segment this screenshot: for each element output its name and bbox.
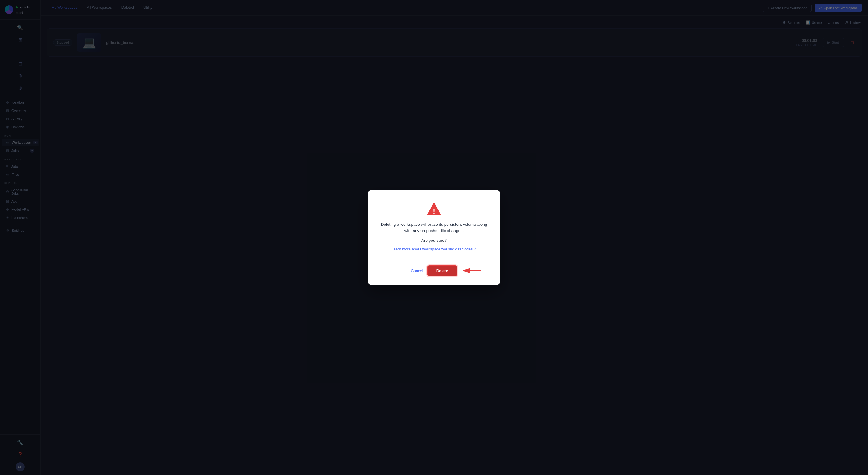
learn-more-link[interactable]: Learn more about workspace working direc… (392, 247, 477, 251)
delete-button[interactable]: Delete (427, 265, 457, 276)
arrow-annotation (460, 266, 484, 275)
delete-btn-wrapper: Delete (427, 265, 457, 276)
modal-actions: Cancel Delete (380, 265, 488, 276)
modal-question: Are you sure? (380, 238, 488, 243)
delete-confirmation-modal: ! Deleting a workspace will erase its pe… (368, 190, 500, 285)
external-link-icon: ↗ (474, 247, 476, 251)
svg-text:!: ! (433, 208, 435, 216)
warning-triangle-svg: ! (426, 201, 442, 217)
modal-description: Deleting a workspace will erase its pers… (380, 222, 488, 234)
cancel-button[interactable]: Cancel (411, 268, 423, 273)
main-content: My Workspaces All Workspaces Deleted Uti… (41, 0, 868, 475)
modal-warning-icon: ! (426, 201, 442, 217)
learn-more-text: Learn more about workspace working direc… (392, 247, 473, 251)
modal-overlay: ! Deleting a workspace will erase its pe… (0, 0, 868, 475)
